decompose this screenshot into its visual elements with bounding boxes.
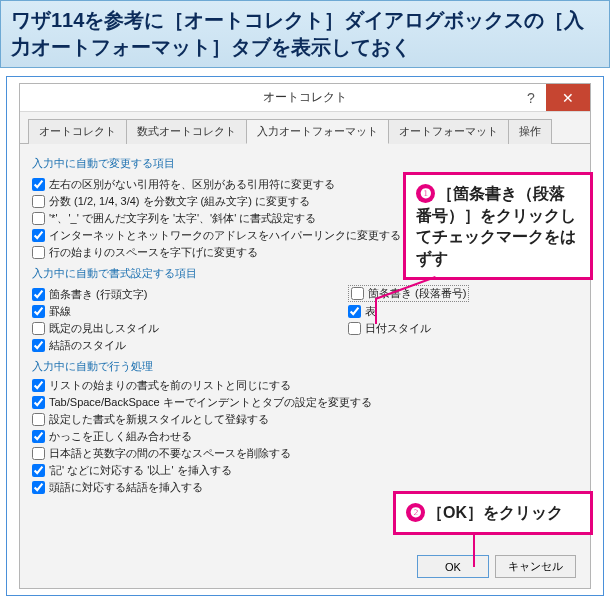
- callout-1-num: ❶: [416, 184, 435, 203]
- tab-strip: オートコレクト 数式オートコレクト 入力オートフォーマット オートフォーマット …: [20, 112, 590, 144]
- cancel-button[interactable]: キャンセル: [495, 555, 576, 578]
- callout-2: ❷［OK］をクリック: [393, 491, 593, 535]
- dialog-buttons: OK キャンセル: [417, 555, 576, 578]
- section-auto-title: 入力中に自動で行う処理: [32, 359, 578, 374]
- ok-button[interactable]: OK: [417, 555, 489, 578]
- callout-1-text: ［箇条書き（段落番号）］をクリックしてチェックマークをはずす: [416, 185, 576, 267]
- chk-table: 表: [348, 304, 578, 319]
- close-button[interactable]: ✕: [546, 84, 590, 111]
- chk-remove-spaces: 日本語と英数字の間の不要なスペースを削除する: [32, 446, 578, 461]
- chk-ki-ijou: '記' などに対応する '以上' を挿入する: [32, 463, 578, 478]
- titlebar: オートコレクト ? ✕: [20, 84, 590, 112]
- chk-new-style: 設定した書式を新規スタイルとして登録する: [32, 412, 578, 427]
- chk-border: 罫線: [32, 304, 348, 319]
- chk-bullet-list: 箇条書き (行頭文字): [32, 287, 348, 302]
- chk-headings: 既定の見出しスタイル: [32, 321, 348, 336]
- tab-actions[interactable]: 操作: [508, 119, 552, 144]
- leader-2: [473, 533, 475, 567]
- chk-closing-style: 結語のスタイル: [32, 338, 348, 353]
- chk-tab-space-bs: Tab/Space/BackSpace キーでインデントとタブの設定を変更する: [32, 395, 578, 410]
- dialog-title: オートコレクト: [263, 89, 347, 106]
- chk-match-brackets: かっこを正しく組み合わせる: [32, 429, 578, 444]
- tab-autoformat[interactable]: オートフォーマット: [388, 119, 509, 144]
- help-button[interactable]: ?: [516, 84, 546, 111]
- section-replace-title: 入力中に自動で変更する項目: [32, 156, 578, 171]
- instruction-banner: ワザ114を参考に［オートコレクト］ダイアログボックスの［入力オートフォーマット…: [0, 0, 610, 68]
- callout-2-num: ❷: [406, 503, 425, 522]
- callout-2-text: ［OK］をクリック: [427, 504, 563, 521]
- tab-autoformat-as-you-type[interactable]: 入力オートフォーマット: [246, 119, 389, 144]
- tab-math-autocorrect[interactable]: 数式オートコレクト: [126, 119, 247, 144]
- screenshot-frame: オートコレクト ? ✕ オートコレクト 数式オートコレクト 入力オートフォーマッ…: [6, 76, 604, 596]
- leader-1-v: [375, 298, 377, 324]
- chk-list-format: リストの始まりの書式を前のリストと同じにする: [32, 378, 578, 393]
- chk-date-style: 日付スタイル: [348, 321, 578, 336]
- tab-autocorrect[interactable]: オートコレクト: [28, 119, 127, 144]
- callout-1: ❶［箇条書き（段落番号）］をクリックしてチェックマークをはずす: [403, 172, 593, 280]
